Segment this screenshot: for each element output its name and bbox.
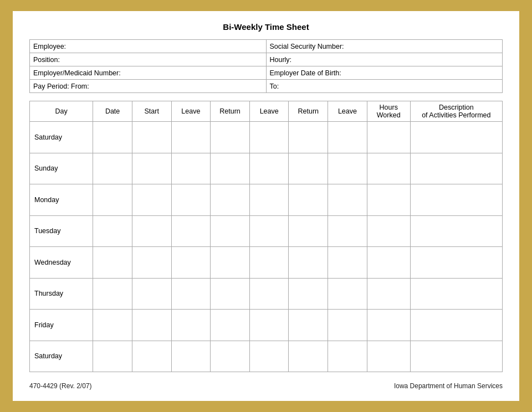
time-cell[interactable] [249,122,289,153]
time-cell[interactable] [171,122,211,153]
time-cell[interactable] [132,278,171,310]
time-cell[interactable] [171,310,211,341]
time-cell[interactable] [328,278,367,310]
time-cell[interactable] [171,153,211,184]
table-row: Saturday [30,341,503,372]
time-cell[interactable] [171,278,211,310]
time-cell[interactable] [132,153,171,184]
time-cell[interactable] [171,247,211,279]
time-cell[interactable] [410,310,502,341]
time-cell[interactable] [328,153,367,184]
time-cell[interactable] [367,341,410,372]
time-cell[interactable] [93,278,132,310]
time-cell[interactable] [249,184,289,216]
day-cell: Thursday [30,278,93,310]
time-cell[interactable] [132,184,171,216]
table-row: Friday [30,310,503,341]
time-cell[interactable] [249,215,289,247]
time-cell[interactable] [328,184,367,216]
time-cell[interactable] [410,122,502,153]
time-cell[interactable] [328,247,367,279]
time-cell[interactable] [289,247,328,279]
time-cell[interactable] [249,310,289,341]
time-cell[interactable] [132,122,171,153]
info-label-left: Pay Period: From: [30,80,267,93]
time-cell[interactable] [328,341,367,372]
time-cell[interactable] [93,122,132,153]
time-cell[interactable] [211,184,250,216]
time-cell[interactable] [93,184,132,216]
time-cell[interactable] [367,310,410,341]
time-cell[interactable] [211,341,250,372]
time-cell[interactable] [132,310,171,341]
time-cell[interactable] [249,278,289,310]
time-cell[interactable] [211,122,250,153]
time-cell[interactable] [132,341,171,372]
time-cell[interactable] [289,184,328,216]
time-cell[interactable] [171,184,211,216]
time-cell[interactable] [410,278,502,310]
time-cell[interactable] [410,247,502,279]
info-label-left: Employee: [30,40,267,53]
time-cell[interactable] [328,122,367,153]
table-row: Monday [30,184,503,216]
time-cell[interactable] [410,215,502,247]
column-header-2: Start [132,101,171,122]
time-cell[interactable] [211,215,250,247]
time-cell[interactable] [410,153,502,184]
time-cell[interactable] [93,153,132,184]
time-cell[interactable] [132,247,171,279]
time-cell[interactable] [171,341,211,372]
info-label-right: Social Security Number: [266,40,503,53]
column-header-3: Leave [171,101,211,122]
day-cell: Sunday [30,153,93,184]
time-cell[interactable] [249,153,289,184]
column-header-1: Date [93,101,132,122]
day-cell: Friday [30,310,93,341]
time-cell[interactable] [410,341,502,372]
info-label-left: Position: [30,53,267,66]
time-cell[interactable] [289,122,328,153]
column-header-6: Return [289,101,328,122]
time-cell[interactable] [211,153,250,184]
time-cell[interactable] [410,184,502,216]
time-cell[interactable] [289,341,328,372]
time-cell[interactable] [289,153,328,184]
time-cell[interactable] [249,247,289,279]
time-cell[interactable] [328,310,367,341]
time-cell[interactable] [289,310,328,341]
time-cell[interactable] [249,341,289,372]
time-cell[interactable] [367,215,410,247]
time-cell[interactable] [211,310,250,341]
time-cell[interactable] [93,247,132,279]
time-cell[interactable] [211,247,250,279]
time-cell[interactable] [367,184,410,216]
time-cell[interactable] [93,215,132,247]
info-label-right: Employer Date of Birth: [266,66,503,80]
info-label-right: Hourly: [266,53,503,66]
timesheet-table: DayDateStartLeaveReturnLeaveReturnLeaveH… [29,101,503,372]
page-title: Bi-Weekly Time Sheet [29,22,503,32]
time-cell[interactable] [289,215,328,247]
time-cell[interactable] [132,215,171,247]
time-cell[interactable] [367,247,410,279]
time-cell[interactable] [289,278,328,310]
time-cell[interactable] [328,215,367,247]
day-cell: Wednesday [30,247,93,279]
time-cell[interactable] [367,278,410,310]
table-row: Sunday [30,153,503,184]
column-header-0: Day [30,101,93,122]
footer: 470-4429 (Rev. 2/07) Iowa Department of … [29,382,503,390]
footer-left: 470-4429 (Rev. 2/07) [29,382,92,390]
day-cell: Saturday [30,122,93,153]
column-header-7: Leave [328,101,367,122]
time-cell[interactable] [93,341,132,372]
day-cell: Tuesday [30,215,93,247]
time-cell[interactable] [171,215,211,247]
time-cell[interactable] [211,278,250,310]
day-cell: Monday [30,184,93,216]
time-cell[interactable] [367,153,410,184]
time-cell[interactable] [93,310,132,341]
day-cell: Saturday [30,341,93,372]
time-cell[interactable] [367,122,410,153]
